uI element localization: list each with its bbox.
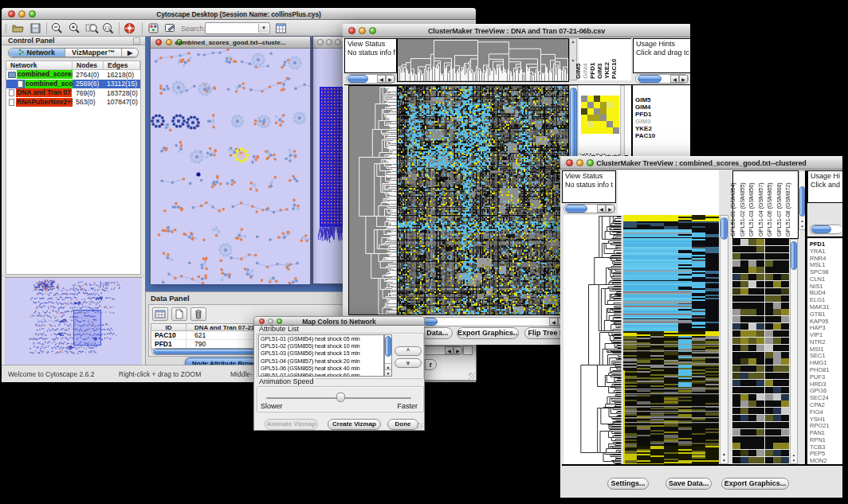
treeview2-column-label: GPL51-07 (GSM868) [775, 183, 783, 236]
treeview2-zoom-heatmap[interactable] [732, 239, 789, 464]
treeview1-title: ClusterMaker TreeView : DNA and Tran 07-… [343, 27, 690, 35]
attribute-list-scrollbar[interactable]: ▲▼ [384, 334, 392, 377]
treeview2-row-label: NTR2 [810, 338, 826, 346]
new-attribute-icon[interactable] [171, 307, 187, 321]
attribute-list-item[interactable]: GPL51-01 (GSM854) heat shock 05 min [261, 335, 383, 342]
delete-attribute-icon[interactable] [190, 307, 206, 321]
control-panel-tabs: Network VizMapper™ ▶ [8, 48, 139, 57]
treeview2-status-hscrollbar[interactable]: ◀▶ [563, 204, 615, 213]
treeview1-column-labels: GIM5GIM4PFD1GIM3YKE2PAC10 [579, 38, 631, 80]
treeview2-row-label: MON2 [810, 457, 827, 464]
move-up-button[interactable]: ^ [395, 346, 422, 356]
float-panel-icon[interactable] [133, 37, 140, 45]
treeview2-row-dendrogram[interactable] [563, 215, 622, 464]
save-data-button[interactable]: Save Data... [665, 478, 712, 490]
treeview2-title-bar[interactable]: ClusterMaker TreeView : combined_scores_… [560, 156, 842, 170]
treeview2-column-label: GPL51-02 (GSM855) [739, 183, 746, 236]
treeview2-vscrollbar[interactable]: ▲▼ [720, 215, 728, 464]
slider-thumb[interactable] [336, 393, 345, 402]
zoom-out-icon[interactable] [50, 21, 64, 35]
attribute-list-item[interactable]: GPL51-04 (GSM857) heat shock 20 min [261, 357, 383, 365]
network-frame-1-title[interactable]: combined_scores_good.txt--cluste... [151, 37, 310, 49]
treeview1-column-dendrogram[interactable] [397, 38, 569, 82]
zoom-in-icon[interactable] [68, 21, 81, 35]
treeview1-status-hscrollbar[interactable]: ◀▶ [346, 74, 395, 84]
treeview1-title-bar[interactable]: ClusterMaker TreeView : DNA and Tran 07-… [343, 24, 690, 37]
treeview1-heatmap[interactable] [397, 85, 569, 315]
treeview2-row-label: FIG4 [810, 408, 823, 416]
treeview2-row-label: YSH1 [810, 416, 826, 423]
move-down-button[interactable]: v [395, 358, 422, 368]
treeview2-row-label: YRA1 [810, 248, 826, 255]
treeview2-column-label: GPL51-01 (GSM854) [729, 183, 736, 236]
treeview1-zoom-matrix[interactable] [581, 96, 619, 134]
panel-divider [344, 84, 690, 86]
tab-vizmapper[interactable]: VizMapper™ [65, 49, 122, 57]
slower-label: Slower [261, 402, 283, 410]
network-list-row[interactable]: combined_scores2764(0)16218(0) [6, 70, 140, 80]
close-button[interactable] [317, 39, 324, 45]
fragment-faster-label: r [425, 359, 437, 370]
treeview2-row-label: GPI16 [810, 387, 826, 394]
network-list-header[interactable]: Network Nodes Edges [6, 61, 140, 70]
minimize-button[interactable] [326, 39, 332, 45]
treeview2-zoom-vscrollbar[interactable]: ▲▼ [790, 239, 798, 464]
settings-button[interactable]: Settings... [607, 478, 649, 490]
network-graph-view[interactable] [151, 49, 310, 284]
treeview2-row-label: SEC24 [810, 394, 829, 401]
treeview2-row-label: VIP1 [810, 331, 822, 338]
zoom-selected-icon[interactable] [84, 21, 100, 35]
vizmapper-icon[interactable] [147, 21, 160, 35]
resize-grip[interactable] [469, 373, 475, 379]
save-icon[interactable] [29, 21, 42, 35]
annotation-icon[interactable] [163, 21, 177, 35]
faster-label: Faster [397, 402, 418, 410]
treeview2-row-label: HRD3 [810, 381, 826, 388]
zoom-fit-icon[interactable]: 1:1 [101, 21, 115, 35]
treeview2-row-label: ELG1 [810, 296, 825, 303]
network-list-row[interactable]: RNAPuberNov2+!563(0)107847(0) [6, 98, 140, 107]
zoom-button[interactable] [335, 39, 341, 45]
control-panel-header: Control Panel [2, 37, 145, 45]
export-graphics-button[interactable]: Export Graphics... [457, 327, 519, 339]
attribute-list-item[interactable]: GPL51-03 (GSM856) heat shock 15 min [261, 350, 383, 357]
resize-grip[interactable] [417, 423, 423, 429]
treeview2-usage-hscrollbar[interactable] [810, 225, 842, 234]
network-folder-icon [8, 72, 16, 78]
search-input[interactable]: ▼ [205, 22, 270, 34]
treeview1-row-dendrogram[interactable] [348, 85, 398, 315]
create-vizmap-button[interactable]: Create Vizmap [328, 419, 381, 430]
treeview2-row-label: SPC98 [810, 268, 829, 275]
network-frame-1[interactable]: combined_scores_good.txt--cluste... [150, 36, 311, 284]
export-graphics-button[interactable]: Export Graphics... [721, 478, 789, 490]
search-dropdown-arrow[interactable]: ▼ [258, 24, 269, 33]
network-list-row[interactable]: combined_sco2569(6)13112(15) [6, 80, 140, 89]
treeview1-row-label: YKE2 [635, 125, 652, 132]
attribute-table-icon[interactable] [274, 21, 288, 35]
treeview2-column-labels: GPL51-01 (GSM854)GPL51-02 (GSM855)GPL51-… [732, 170, 799, 239]
network-lifesaver-icon[interactable] [123, 21, 136, 35]
status-hint-zoom: Right-click + drag to ZOOM [119, 370, 201, 378]
animate-vizmap-button[interactable]: Animate Vizmap [265, 419, 318, 430]
toolbar-separator [119, 22, 120, 34]
open-folder-icon[interactable] [11, 21, 25, 35]
treeview2-heatmap[interactable] [623, 215, 719, 464]
attribute-list[interactable]: GPL51-01 (GSM854) heat shock 05 minGPL51… [258, 334, 384, 377]
tab-overflow-arrow[interactable]: ▶ [122, 49, 138, 57]
svg-text:1:1: 1:1 [104, 25, 110, 30]
treeview2-view-status: View StatusNo status info t [562, 170, 616, 203]
network-list-row[interactable]: DNA and Tran 07769(0)183728(0) [6, 88, 140, 98]
tab-network[interactable]: Network [9, 49, 65, 57]
main-title-bar[interactable]: Cytoscape Desktop (Session Name: collins… [2, 8, 476, 20]
attribute-list-item[interactable]: GPL51-07 (GSM868) heat shock 60 min [261, 372, 383, 377]
done-button[interactable]: Done [387, 419, 418, 430]
treeview2-column-dendrogram [618, 170, 719, 215]
birdseye-view[interactable] [5, 277, 142, 365]
treeview2-column-label: GPL51-03 (GSM856) [748, 183, 755, 236]
attribute-list-item[interactable]: GPL51-06 (GSM865) heat shock 40 min [261, 365, 383, 372]
attribute-list-item[interactable]: GPL51-02 (GSM855) heat shock 10 min [261, 342, 383, 350]
network-frame-1-title-text: combined_scores_good.txt--cluste... [151, 39, 310, 46]
attribute-select-icon[interactable] [152, 307, 168, 321]
treeview2-row-label: KAP95 [810, 318, 828, 325]
treeview1-usage-hscrollbar[interactable]: ◀▶ [635, 74, 689, 84]
